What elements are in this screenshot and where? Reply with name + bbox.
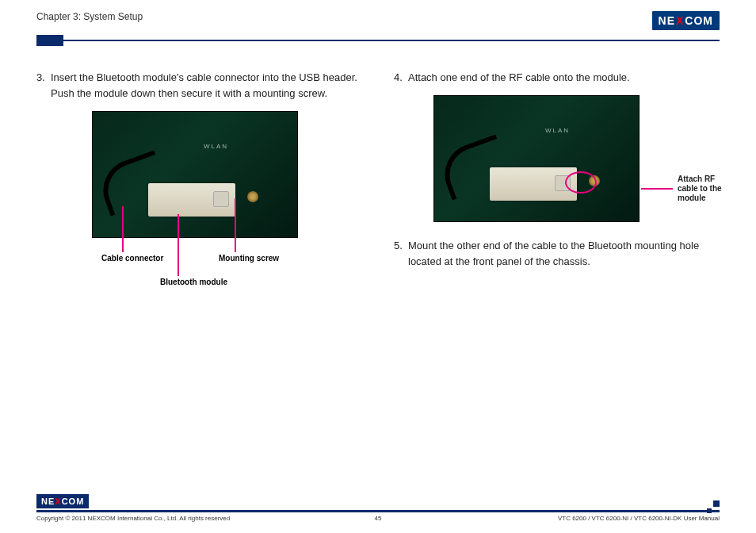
callout-label-screw: Mounting screw xyxy=(219,254,279,263)
step-number: 3. xyxy=(36,70,51,102)
content-area: 3. Insert the Bluetooth module's cable c… xyxy=(0,46,756,301)
screw-graphic xyxy=(247,191,258,202)
footer-rule xyxy=(36,510,720,512)
rf-highlight-circle xyxy=(565,171,597,194)
footer-logo: NEXCOM xyxy=(36,494,89,508)
left-column: 3. Insert the Bluetooth module's cable c… xyxy=(36,70,362,301)
step-5: 5. Mount the other end of the cable to t… xyxy=(394,238,720,270)
callout-line-cable xyxy=(122,206,124,252)
step-number: 4. xyxy=(394,70,408,86)
step-4: 4. Attach one end of the RF cable onto t… xyxy=(394,70,720,86)
footer-page-number: 45 xyxy=(375,515,382,522)
header-rule xyxy=(36,35,720,46)
chapter-title: Chapter 3: System Setup xyxy=(36,11,143,22)
annotation-rf-cable: Attach RF cable to the module xyxy=(641,174,733,203)
step-number: 5. xyxy=(394,238,408,270)
figure-step4: Attach RF cable to the module xyxy=(433,95,720,222)
circuit-board-image xyxy=(433,95,640,222)
page-header: Chapter 3: System Setup NEXCOM xyxy=(0,0,756,30)
callout-line-screw xyxy=(235,198,236,252)
footer-copyright: Copyright © 2011 NEXCOM International Co… xyxy=(36,515,230,522)
header-rule-block xyxy=(36,35,63,46)
annotation-line xyxy=(641,188,673,190)
header-rule-line xyxy=(63,40,720,41)
step-text: Mount the other end of the cable to the … xyxy=(408,238,720,270)
step-3: 3. Insert the Bluetooth module's cable c… xyxy=(36,70,362,102)
figure-step3: Cable connector Bluetooth module Mountin… xyxy=(92,111,362,293)
footer-text-row: Copyright © 2011 NEXCOM International Co… xyxy=(36,515,720,522)
callout-line-bt xyxy=(178,214,179,276)
right-column: 4. Attach one end of the RF cable onto t… xyxy=(394,70,720,301)
step-text: Attach one end of the RF cable onto the … xyxy=(408,70,720,86)
bluetooth-module-graphic xyxy=(490,167,577,201)
callouts-step3: Cable connector Bluetooth module Mountin… xyxy=(92,238,362,293)
step-text: Insert the Bluetooth module's cable conn… xyxy=(51,70,362,102)
footer-doc-title: VTC 6200 / VTC 6200-NI / VTC 6200-NI-DK … xyxy=(558,515,720,522)
callout-label-cable: Cable connector xyxy=(101,254,163,263)
nexcom-logo: NEXCOM xyxy=(652,11,720,30)
callout-label-bt: Bluetooth module xyxy=(160,278,227,287)
bluetooth-module-graphic xyxy=(148,183,235,217)
page-footer: NEXCOM Copyright © 2011 NEXCOM Internati… xyxy=(36,510,720,522)
annotation-text: Attach RF cable to the module xyxy=(678,174,733,203)
